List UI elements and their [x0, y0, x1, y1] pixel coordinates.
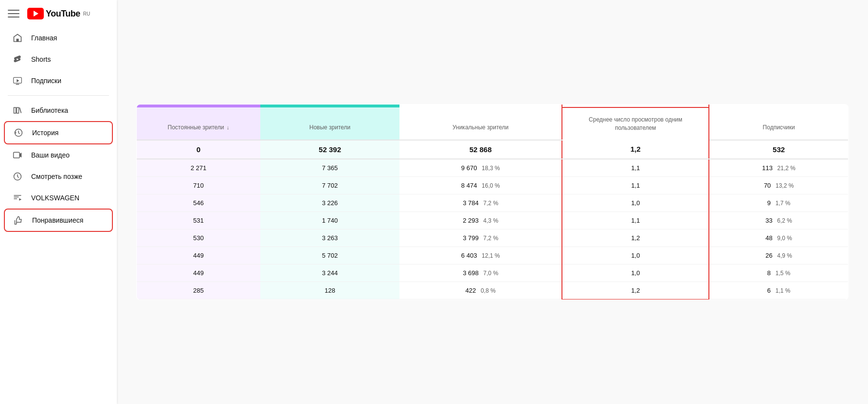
col-label-postoyannye: Постоянные зрители: [168, 124, 224, 131]
home-icon: [12, 32, 23, 44]
cell-srednee-6: 1,0: [562, 264, 709, 281]
yt-play-icon: [27, 8, 44, 19]
cell-unikalnye-5: 6 403 12,1 %: [399, 246, 562, 264]
shorts-icon: [12, 53, 23, 65]
sidebar-item-subscriptions-label: Подписки: [31, 77, 61, 85]
sidebar-item-subscriptions[interactable]: Подписки: [4, 70, 113, 91]
cell-srednee-2: 1,0: [562, 194, 709, 211]
cell-srednee-7: 1,2: [562, 281, 709, 299]
cell-unikalnye-7: 422 0,8 %: [399, 281, 562, 299]
col-label-srednee: Среднее число просмотров одним пользоват…: [589, 116, 682, 131]
sidebar-item-history[interactable]: История: [4, 121, 113, 144]
cell-novye-4: 3 263: [260, 229, 399, 246]
col-header-unikalnye[interactable]: Уникальные зрители: [399, 107, 562, 140]
table-row: 449 3 244 3 698 7,0 % 1,0 8 1,5 %: [137, 264, 849, 281]
cell-unikalnye-2: 3 784 7,2 %: [399, 194, 562, 211]
sidebar-item-liked[interactable]: Понравившиеся: [4, 209, 113, 232]
table-row: 546 3 226 3 784 7,2 % 1,0 9 1,7 %: [137, 194, 849, 211]
sidebar-item-your-videos-label: Ваши видео: [31, 151, 70, 159]
svg-marker-7: [19, 198, 21, 201]
sidebar-item-library-label: Библиотека: [31, 106, 68, 114]
cell-srednee-1: 1,1: [562, 176, 709, 194]
main-content: Постоянные зрители ↓ Новые зрители Уника…: [117, 0, 868, 404]
cell-novye-6: 3 244: [260, 264, 399, 281]
cell-novye-3: 1 740: [260, 211, 399, 229]
cell-unikalnye-0: 9 670 18,3 %: [399, 159, 562, 177]
total-postoyannye: 0: [137, 140, 260, 159]
sort-icon-postoyannye: ↓: [227, 124, 230, 131]
subscriptions-icon: [12, 75, 23, 87]
table-row: 2 271 7 365 9 670 18,3 % 1,1 113 21,2 %: [137, 159, 849, 177]
col-header-postoyannye[interactable]: Постоянные зрители ↓: [137, 107, 260, 140]
col-header-srednee[interactable]: Среднее число просмотров одним пользоват…: [562, 107, 709, 140]
sidebar-item-volkswagen[interactable]: VOLKSWAGEN: [4, 187, 113, 209]
table-header-row: Постоянные зрители ↓ Новые зрители Уника…: [137, 107, 849, 140]
sidebar-item-your-videos[interactable]: Ваши видео: [4, 144, 113, 166]
col-header-novye[interactable]: Новые зрители: [260, 107, 399, 140]
total-unikalnye: 52 868: [399, 140, 562, 159]
sidebar-nav: Главная Shorts Подписки Библиотека: [0, 27, 117, 232]
cell-unikalnye-4: 3 799 7,2 %: [399, 229, 562, 246]
sidebar-item-home[interactable]: Главная: [4, 27, 113, 49]
sidebar-item-watch-later-label: Смотреть позже: [31, 173, 82, 180]
cell-postoyannye-5: 449: [137, 246, 260, 264]
playlist-icon: [12, 192, 23, 204]
youtube-logo[interactable]: YouTubeRU: [27, 8, 90, 19]
total-podpischiki: 532: [709, 140, 848, 159]
table-total-row: 0 52 392 52 868 1,2 532: [137, 140, 849, 159]
cell-postoyannye-3: 531: [137, 211, 260, 229]
yt-logo-ru: RU: [83, 11, 90, 17]
svg-rect-5: [14, 152, 20, 158]
table-row: 449 5 702 6 403 12,1 % 1,0 26 4,9 %: [137, 246, 849, 264]
analytics-table: Постоянные зрители ↓ Новые зрители Уника…: [136, 104, 849, 299]
total-novye: 52 392: [260, 140, 399, 159]
sidebar-item-shorts-label: Shorts: [31, 55, 51, 63]
cell-postoyannye-2: 546: [137, 194, 260, 211]
table-row: 285 128 422 0,8 % 1,2 6 1,1 %: [137, 281, 849, 299]
yt-logo-text: YouTube: [46, 9, 80, 19]
cell-postoyannye-4: 530: [137, 229, 260, 246]
cell-unikalnye-3: 2 293 4,3 %: [399, 211, 562, 229]
cell-podpischiki-2: 9 1,7 %: [709, 194, 848, 211]
cell-podpischiki-4: 48 9,0 %: [709, 229, 848, 246]
col-header-podpischiki[interactable]: Подписчики: [709, 107, 848, 140]
cell-postoyannye-0: 2 271: [137, 159, 260, 177]
cell-srednee-0: 1,1: [562, 159, 709, 177]
sidebar-item-liked-label: Понравившиеся: [32, 216, 83, 224]
col-label-novye: Новые зрители: [309, 124, 351, 131]
cell-unikalnye-6: 3 698 7,0 %: [399, 264, 562, 281]
cell-srednee-5: 1,0: [562, 246, 709, 264]
cell-unikalnye-1: 8 474 16,0 %: [399, 176, 562, 194]
cell-podpischiki-0: 113 21,2 %: [709, 159, 848, 177]
total-srednee: 1,2: [562, 140, 709, 159]
cell-postoyannye-1: 710: [137, 176, 260, 194]
cell-novye-2: 3 226: [260, 194, 399, 211]
like-icon: [13, 214, 24, 226]
cell-srednee-4: 1,2: [562, 229, 709, 246]
hamburger-icon[interactable]: [8, 8, 19, 19]
cell-novye-7: 128: [260, 281, 399, 299]
cell-srednee-3: 1,1: [562, 211, 709, 229]
col-label-unikalnye: Уникальные зрители: [452, 124, 508, 131]
cell-novye-0: 7 365: [260, 159, 399, 177]
sidebar-item-history-label: История: [32, 129, 58, 137]
video-icon: [12, 149, 23, 161]
sidebar-item-watch-later[interactable]: Смотреть позже: [4, 166, 113, 187]
cell-postoyannye-7: 285: [137, 281, 260, 299]
cell-novye-5: 5 702: [260, 246, 399, 264]
cell-podpischiki-3: 33 6,2 %: [709, 211, 848, 229]
sidebar: YouTubeRU Главная Shorts Подписки: [0, 0, 117, 404]
table-row: 531 1 740 2 293 4,3 % 1,1 33 6,2 %: [137, 211, 849, 229]
svg-rect-0: [17, 39, 19, 42]
col-label-podpischiki: Подписчики: [763, 124, 795, 131]
sidebar-item-shorts[interactable]: Shorts: [4, 49, 113, 70]
svg-rect-3: [17, 107, 18, 113]
nav-divider-1: [8, 95, 109, 96]
cell-podpischiki-5: 26 4,9 %: [709, 246, 848, 264]
sidebar-item-library[interactable]: Библиотека: [4, 100, 113, 121]
library-icon: [12, 105, 23, 116]
table-row: 710 7 702 8 474 16,0 % 1,1 70 13,2 %: [137, 176, 849, 194]
cell-podpischiki-1: 70 13,2 %: [709, 176, 848, 194]
sidebar-item-home-label: Главная: [31, 34, 57, 42]
sidebar-header: YouTubeRU: [0, 8, 117, 27]
